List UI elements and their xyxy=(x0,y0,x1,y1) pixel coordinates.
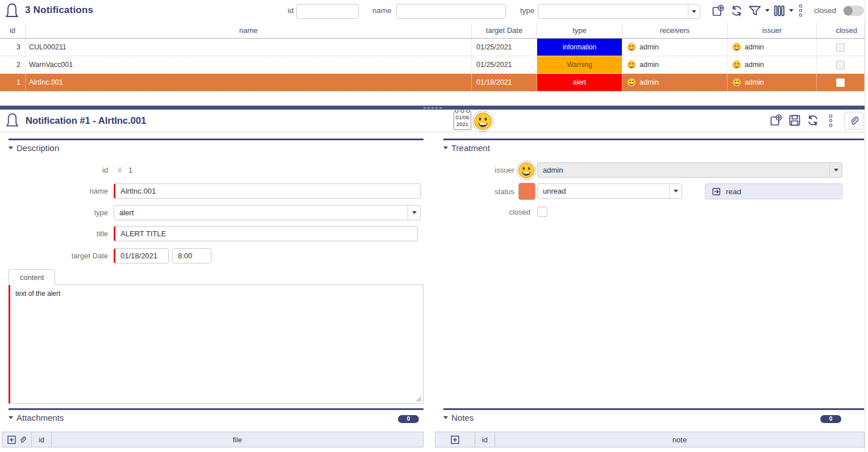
content-text: text of the alert xyxy=(15,290,60,298)
user-avatar-smiley xyxy=(472,111,493,132)
notes-actions-cell xyxy=(435,432,475,447)
add-note-icon[interactable] xyxy=(451,436,459,444)
status-select-caret[interactable] xyxy=(669,184,682,198)
receivers-value: admin xyxy=(639,78,659,86)
page-title: 3 Notifications xyxy=(25,5,93,16)
cell-name: CUL000211 xyxy=(26,39,472,56)
status-select[interactable]: unread xyxy=(537,183,682,199)
table-row-selected[interactable]: 1 AlrtInc.001 01/18/2021 alert admin adm… xyxy=(0,74,865,91)
attachments-section-rule xyxy=(9,408,423,410)
save-button[interactable] xyxy=(788,114,801,127)
more-actions-kebab-icon[interactable] xyxy=(829,115,832,127)
issuer-select-caret[interactable] xyxy=(829,163,842,177)
toggle-knob xyxy=(844,6,853,15)
smiley-icon xyxy=(732,60,741,69)
col-header-closed[interactable]: closed xyxy=(817,23,865,38)
calendar-date-widget: 01/06 2021 xyxy=(454,111,471,130)
filter-type-caret[interactable] xyxy=(688,5,700,18)
treatment-section-header[interactable]: Treatment xyxy=(443,143,490,153)
read-button-label: read xyxy=(726,187,741,196)
attachments-section-header[interactable]: Attachments xyxy=(9,413,64,422)
collapse-triangle-icon xyxy=(443,147,448,149)
calendar-line2: 2021 xyxy=(454,121,471,128)
issuer-value: admin xyxy=(745,61,764,69)
attachment-button[interactable] xyxy=(844,112,863,129)
type-select-caret[interactable] xyxy=(408,206,420,220)
attachments-actions-cell xyxy=(2,432,32,447)
issuer-select-value: admin xyxy=(543,166,563,174)
attachments-section-title: Attachments xyxy=(16,413,64,422)
new-record-button[interactable] xyxy=(769,114,783,127)
cell-target-date: 01/25/2021 xyxy=(472,56,537,73)
closed-field-label: closed xyxy=(443,208,530,216)
content-tab-label: content xyxy=(20,273,44,282)
status-field-label: status xyxy=(443,187,514,196)
cell-target-date: 01/18/2021 xyxy=(472,74,537,91)
treatment-section-title: Treatment xyxy=(451,143,490,153)
tab-content[interactable]: content xyxy=(9,269,55,285)
issuer-select[interactable]: admin xyxy=(537,162,842,178)
cell-name: AlrtInc.001 xyxy=(26,74,472,91)
col-header-name[interactable]: name xyxy=(26,23,472,38)
target-time-field[interactable] xyxy=(172,248,211,263)
filter-button[interactable] xyxy=(747,4,762,18)
cell-closed xyxy=(817,74,865,91)
closed-checkbox[interactable] xyxy=(836,78,845,87)
treatment-section-rule xyxy=(443,139,864,140)
right-scroll-gutter[interactable] xyxy=(865,0,868,452)
closed-toggle[interactable] xyxy=(843,6,864,16)
type-badge: information xyxy=(537,39,622,56)
collapse-triangle-icon xyxy=(9,147,13,149)
cell-receivers: admin xyxy=(622,56,728,73)
resize-handle[interactable] xyxy=(416,396,421,401)
more-actions-kebab-icon[interactable] xyxy=(799,5,802,16)
cell-issuer: admin xyxy=(728,56,817,73)
col-header-type[interactable]: type xyxy=(537,23,622,38)
columns-menu-caret[interactable] xyxy=(789,9,794,12)
closed-checkbox[interactable] xyxy=(836,43,845,52)
target-date-field-label: target Date xyxy=(9,252,108,260)
table-row[interactable]: 3 CUL000211 01/25/2021 information admin… xyxy=(0,39,865,56)
closed-checkbox[interactable] xyxy=(836,61,845,69)
issuer-avatar-smiley xyxy=(517,161,536,180)
filter-name-input[interactable] xyxy=(396,4,506,19)
name-field[interactable] xyxy=(114,183,421,199)
title-field[interactable] xyxy=(114,226,418,241)
refresh-button[interactable] xyxy=(806,114,820,127)
col-header-target-date[interactable]: target Date xyxy=(472,23,537,38)
status-select-value: unread xyxy=(543,187,566,195)
filter-menu-caret[interactable] xyxy=(765,9,770,12)
smiley-icon xyxy=(732,78,741,87)
panel-splitter-handle[interactable] xyxy=(0,106,865,110)
cell-issuer: admin xyxy=(728,39,817,56)
closed-checkbox[interactable] xyxy=(537,207,547,217)
col-header-receivers[interactable]: receivers xyxy=(622,23,728,38)
content-textarea[interactable]: text of the alert xyxy=(9,284,423,404)
table-row[interactable]: 2 WarnVacc001 01/25/2021 Warning admin a… xyxy=(0,56,865,74)
cell-id: 2 xyxy=(0,56,26,73)
type-select-value: alert xyxy=(119,208,134,217)
col-header-id[interactable]: id xyxy=(0,23,26,38)
description-section-title: Description xyxy=(16,143,59,153)
type-select[interactable]: alert xyxy=(114,205,421,220)
columns-button[interactable] xyxy=(773,4,786,18)
paperclip-icon[interactable] xyxy=(18,436,27,444)
type-badge: alert xyxy=(537,74,622,91)
filter-type-select[interactable] xyxy=(538,4,700,19)
notes-id-col: id xyxy=(475,432,495,447)
col-header-issuer[interactable]: issuer xyxy=(728,23,817,38)
target-date-field[interactable] xyxy=(114,248,169,263)
closed-filter-label: closed xyxy=(814,6,836,15)
cell-type: alert xyxy=(537,74,622,91)
filter-name-label: name xyxy=(372,6,392,15)
filter-id-input[interactable] xyxy=(296,4,359,19)
refresh-button[interactable] xyxy=(730,4,744,18)
smiley-icon xyxy=(627,78,636,87)
new-record-button[interactable] xyxy=(711,4,725,18)
notes-section-header[interactable]: Notes xyxy=(443,413,474,422)
detail-title: Notification #1 - AlrtInc.001 xyxy=(26,115,146,126)
add-attachment-icon[interactable] xyxy=(7,436,16,444)
notes-table-header: id note xyxy=(435,432,865,447)
read-button[interactable]: read xyxy=(705,183,842,199)
description-section-header[interactable]: Description xyxy=(9,143,59,153)
